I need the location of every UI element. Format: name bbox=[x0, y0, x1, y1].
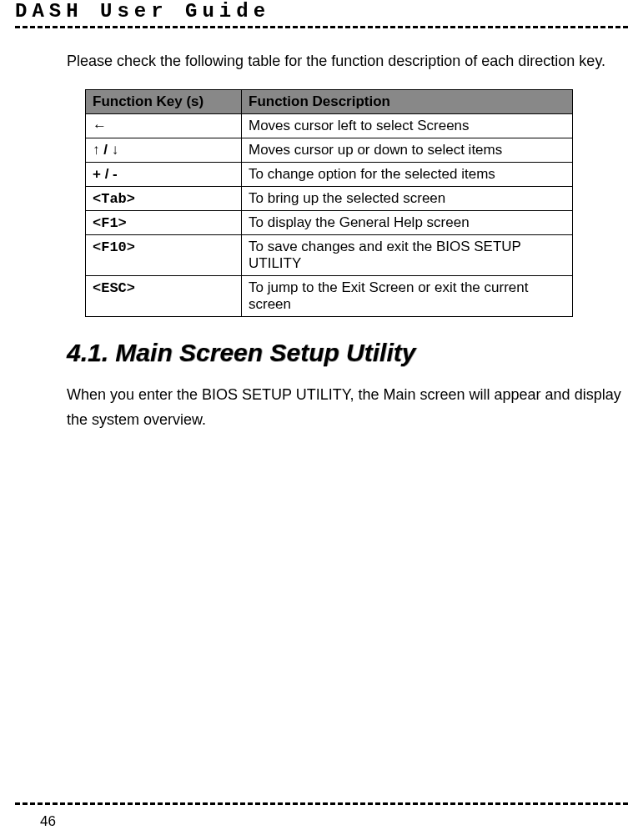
table-row: ↑ / ↓ Moves cursor up or down to select … bbox=[86, 138, 573, 162]
intro-paragraph: Please check the following table for the… bbox=[67, 48, 625, 74]
key-mono: <F10> bbox=[93, 239, 135, 255]
table-header-keys: Function Key (s) bbox=[86, 89, 242, 113]
key-cell: <F10> bbox=[86, 234, 242, 275]
table-row: <F1> To display the General Help screen bbox=[86, 210, 573, 234]
key-mono: <F1> bbox=[93, 215, 127, 231]
key-cell: <F1> bbox=[86, 210, 242, 234]
section-body: When you enter the BIOS SETUP UTILITY, t… bbox=[67, 382, 625, 433]
key-cell: <ESC> bbox=[86, 275, 242, 316]
content-area: Please check the following table for the… bbox=[15, 48, 628, 433]
key-cell: ← bbox=[86, 113, 242, 138]
table-row: + / - To change option for the selected … bbox=[86, 162, 573, 186]
table-row: <F10> To save changes and exit the BIOS … bbox=[86, 234, 573, 275]
desc-cell: To change option for the selected items bbox=[242, 162, 573, 186]
page-number: 46 bbox=[40, 813, 56, 830]
section-heading: 4.1. Main Screen Setup Utility bbox=[67, 339, 625, 367]
key-mono: <ESC> bbox=[93, 280, 135, 296]
table-row: ← Moves cursor left to select Screens bbox=[86, 113, 573, 138]
table-row: <Tab> To bring up the selected screen bbox=[86, 186, 573, 210]
page: DASH User Guide Please check the followi… bbox=[0, 0, 643, 840]
key-cell: ↑ / ↓ bbox=[86, 138, 242, 162]
desc-cell: Moves cursor up or down to select items bbox=[242, 138, 573, 162]
table-row: <ESC> To jump to the Exit Screen or exit… bbox=[86, 275, 573, 316]
key-mono: <Tab> bbox=[93, 191, 135, 207]
desc-cell: To display the General Help screen bbox=[242, 210, 573, 234]
desc-cell: To save changes and exit the BIOS SETUP … bbox=[242, 234, 573, 275]
desc-cell: To bring up the selected screen bbox=[242, 186, 573, 210]
desc-cell: To jump to the Exit Screen or exit the c… bbox=[242, 275, 573, 316]
table-header-row: Function Key (s) Function Description bbox=[86, 89, 573, 113]
table-header-desc: Function Description bbox=[242, 89, 573, 113]
divider-bottom bbox=[15, 802, 628, 805]
function-key-table: Function Key (s) Function Description ← … bbox=[85, 89, 573, 317]
divider-top bbox=[15, 26, 628, 28]
key-cell: <Tab> bbox=[86, 186, 242, 210]
document-title: DASH User Guide bbox=[15, 0, 628, 24]
key-cell: + / - bbox=[86, 162, 242, 186]
desc-cell: Moves cursor left to select Screens bbox=[242, 113, 573, 138]
